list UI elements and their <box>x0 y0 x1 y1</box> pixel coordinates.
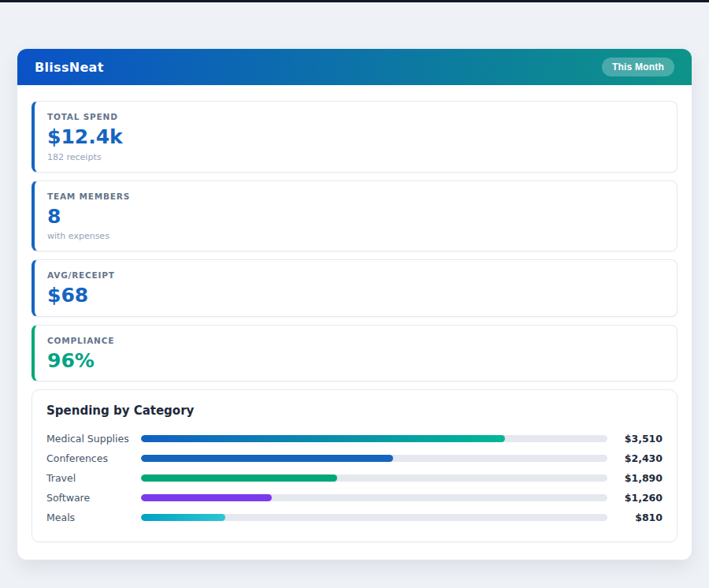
stat-label: AVG/RECEIPT <box>47 270 664 280</box>
bar-track <box>141 474 607 482</box>
dashboard-content: TOTAL SPEND $12.4k 182 receipts TEAM MEM… <box>17 85 692 560</box>
stat-card-compliance: COMPLIANCE 96% <box>32 325 677 382</box>
stat-label: COMPLIANCE <box>47 336 664 345</box>
bar-fill <box>141 435 505 442</box>
category-label: Conferences <box>46 452 141 464</box>
stat-subtext: with expenses <box>47 231 664 241</box>
spending-by-category-chart: Spending by Category Medical Supplies $3… <box>32 389 677 542</box>
stat-card-total-spend: TOTAL SPEND $12.4k 182 receipts <box>32 101 677 173</box>
stat-value: $12.4k <box>47 126 664 148</box>
chart-row-meals: Meals $810 <box>46 508 663 527</box>
stat-card-team-members: TEAM MEMBERS 8 with expenses <box>32 180 677 252</box>
bar-fill <box>141 474 337 482</box>
bar-track <box>141 455 607 462</box>
category-value: $2,430 <box>607 452 663 464</box>
category-value: $3,510 <box>607 433 663 445</box>
chart-title: Spending by Category <box>46 404 663 418</box>
stat-label: TOTAL SPEND <box>47 112 664 121</box>
stat-value: 8 <box>47 206 664 228</box>
category-value: $1,890 <box>607 472 663 484</box>
stat-value: 96% <box>47 350 664 372</box>
category-label: Software <box>46 492 141 504</box>
category-value: $810 <box>607 512 663 523</box>
stat-card-avg-receipt: AVG/RECEIPT $68 <box>32 259 677 317</box>
bar-fill <box>141 494 272 501</box>
stat-value: $68 <box>47 285 664 307</box>
dashboard-card: BlissNeat This Month TOTAL SPEND $12.4k … <box>17 49 692 560</box>
chart-row-medical-supplies: Medical Supplies $3,510 <box>46 429 663 448</box>
bar-fill <box>141 455 393 462</box>
app-title: BlissNeat <box>35 60 104 75</box>
chart-row-software: Software $1,260 <box>46 488 663 508</box>
chart-row-travel: Travel $1,890 <box>46 468 663 488</box>
bar-track <box>141 514 607 521</box>
time-range-badge[interactable]: This Month <box>602 58 674 76</box>
bar-fill <box>141 514 225 521</box>
bar-track <box>141 435 607 442</box>
bar-track <box>141 494 607 501</box>
window-top-edge <box>0 0 709 2</box>
category-label: Travel <box>46 472 141 484</box>
category-label: Meals <box>46 512 141 523</box>
category-label: Medical Supplies <box>46 433 141 445</box>
stat-subtext: 182 receipts <box>47 152 664 162</box>
category-value: $1,260 <box>607 492 663 504</box>
chart-row-conferences: Conferences $2,430 <box>46 448 663 468</box>
app-header: BlissNeat This Month <box>17 49 692 85</box>
stat-label: TEAM MEMBERS <box>47 192 664 201</box>
